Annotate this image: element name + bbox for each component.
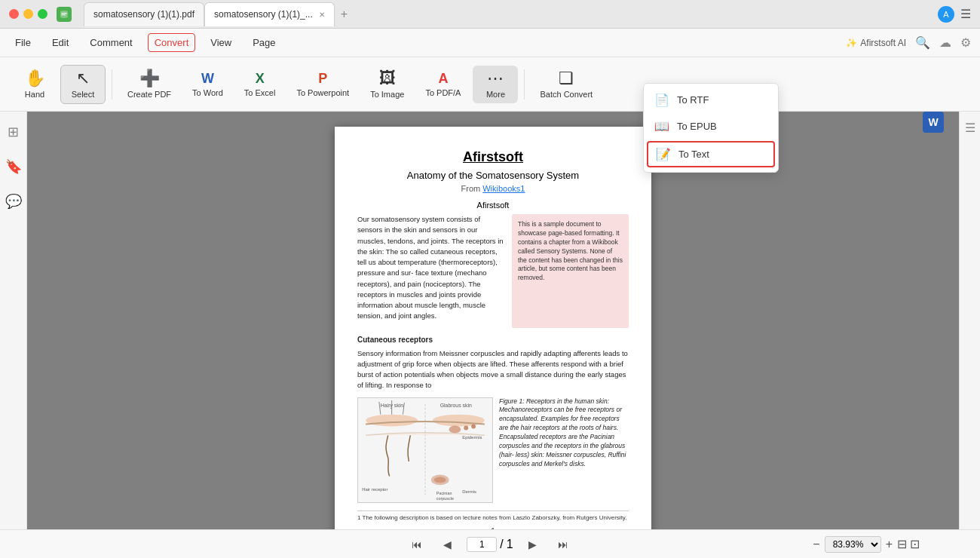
fit-page-button[interactable]: ⊡ xyxy=(910,537,920,551)
svg-point-11 xyxy=(434,477,446,483)
figure-row: Hairy skin Glabrous skin xyxy=(357,397,629,503)
fit-width-button[interactable]: ⊟ xyxy=(897,537,907,551)
more-button[interactable]: ⋯ More xyxy=(473,66,518,103)
viewer-area[interactable]: Afirstsoft Anatomy of the Somatosensory … xyxy=(27,112,959,529)
ai-button[interactable]: ✨ Afirstsoft AI xyxy=(846,38,906,48)
menu-edit[interactable]: Edit xyxy=(46,34,75,51)
main-area: ⊞ 🔖 💬 Afirstsoft Anatomy of the Somatose… xyxy=(0,112,980,529)
toolbar-divider-1 xyxy=(112,69,112,100)
hand-icon: ✋ xyxy=(25,70,45,87)
app-icon xyxy=(57,7,72,22)
menu-items: File Edit Comment Convert View Page xyxy=(9,33,282,52)
next-page-button[interactable]: ▶ xyxy=(522,535,543,553)
menu-button[interactable]: ☰ xyxy=(960,7,971,21)
total-pages: 1 xyxy=(507,538,513,551)
svg-text:Epidermis: Epidermis xyxy=(462,435,482,440)
cloud-button[interactable]: ☁ xyxy=(939,35,951,50)
more-icon: ⋯ xyxy=(487,70,504,87)
doc-source-text: Afirstsoft xyxy=(357,201,629,210)
menu-file[interactable]: File xyxy=(9,34,37,51)
content-row: Our somatosensory system consists of sen… xyxy=(357,214,629,328)
source-prefix: From xyxy=(461,184,481,193)
menu-convert[interactable]: Convert xyxy=(148,33,196,52)
select-tool-button[interactable]: ↖ Select xyxy=(60,65,106,104)
window-controls: A ☰ xyxy=(938,6,971,23)
to-word-button[interactable]: W To Word xyxy=(183,67,232,102)
figure-image: Hairy skin Glabrous skin xyxy=(357,397,493,503)
svg-point-12 xyxy=(464,425,468,430)
minimize-button[interactable] xyxy=(23,9,33,19)
zoom-in-button[interactable]: + xyxy=(886,538,893,551)
search-button[interactable]: 🔍 xyxy=(915,35,930,50)
toolbar: ✋ Hand ↖ Select ➕ Create PDF W To Word X… xyxy=(0,57,980,112)
sidebar-bookmark-icon[interactable]: 🔖 xyxy=(2,155,25,178)
section1-body: Sensory information from Meissner corpus… xyxy=(357,348,629,391)
to-pdfa-label: To PDF/A xyxy=(425,88,461,97)
to-excel-button[interactable]: X To Excel xyxy=(235,67,285,102)
para1-text: Our somatosensory system consists of sen… xyxy=(357,214,504,322)
to-pdfa-icon: A xyxy=(438,72,448,85)
footnote: 1 The following description is based on … xyxy=(357,510,629,521)
create-pdf-button[interactable]: ➕ Create PDF xyxy=(118,66,180,103)
svg-point-4 xyxy=(366,414,418,426)
section1-area: Cutaneous receptors Sensory information … xyxy=(357,334,629,391)
page-info: / 1 xyxy=(467,537,513,552)
to-epub-item[interactable]: 📖 To EPUB xyxy=(644,113,778,140)
svg-text:Dermis: Dermis xyxy=(462,489,476,494)
zoom-select[interactable]: 83.93% 50% 75% 100% 125% 150% xyxy=(825,536,881,553)
zoom-out-button[interactable]: − xyxy=(813,538,819,551)
to-word-icon: W xyxy=(201,72,214,85)
epub-icon: 📖 xyxy=(654,119,669,133)
to-excel-icon: X xyxy=(256,72,265,85)
toolbar-divider-2 xyxy=(524,69,525,100)
to-image-button[interactable]: 🖼 To Image xyxy=(361,66,413,103)
menu-right: ✨ Afirstsoft AI 🔍 ☁ ⚙ xyxy=(846,35,971,50)
word-badge[interactable]: W xyxy=(923,112,944,133)
first-page-button[interactable]: ⏮ xyxy=(406,535,428,553)
menubar: File Edit Comment Convert View Page ✨ Af… xyxy=(0,29,980,57)
fit-buttons: ⊟ ⊡ xyxy=(897,537,920,551)
user-avatar[interactable]: A xyxy=(938,6,954,23)
settings-button[interactable]: ⚙ xyxy=(960,35,971,50)
ai-label: Afirstsoft AI xyxy=(860,38,906,48)
tab-1[interactable]: somatosensory (1)(1).pdf xyxy=(84,2,204,26)
source-link[interactable]: Wikibooks1 xyxy=(482,184,525,193)
close-button[interactable] xyxy=(9,9,19,19)
page-input[interactable] xyxy=(467,537,497,552)
ai-icon: ✨ xyxy=(846,38,857,48)
to-pdfa-button[interactable]: A To PDF/A xyxy=(416,67,470,102)
to-powerpoint-button[interactable]: P To Powerpoint xyxy=(287,67,358,102)
prev-page-button[interactable]: ◀ xyxy=(437,535,458,553)
select-label: Select xyxy=(72,90,95,99)
left-sidebar: ⊞ 🔖 💬 xyxy=(0,112,27,529)
side-note-text: This is a sample document to showcase pa… xyxy=(518,220,623,281)
pdf-page: Afirstsoft Anatomy of the Somatosensory … xyxy=(335,127,651,529)
figure-caption: Figure 1: Receptors in the human skin: M… xyxy=(499,397,629,503)
to-text-label: To Text xyxy=(678,149,709,160)
to-powerpoint-icon: P xyxy=(318,72,327,85)
tab-2-close[interactable]: ✕ xyxy=(319,11,325,19)
more-label: More xyxy=(486,90,505,99)
create-pdf-icon: ➕ xyxy=(139,70,160,87)
sidebar-thumbnail-icon[interactable]: ⊞ xyxy=(5,121,22,143)
menu-comment[interactable]: Comment xyxy=(84,34,138,51)
menu-view[interactable]: View xyxy=(204,34,237,51)
to-text-item[interactable]: 📝 To Text xyxy=(647,141,775,167)
tab-2[interactable]: somatosensory (1)(1)_... ✕ xyxy=(204,2,335,26)
svg-point-9 xyxy=(449,425,461,433)
maximize-button[interactable] xyxy=(38,9,47,19)
zoom-controls: − 83.93% 50% 75% 100% 125% 150% + ⊟ ⊡ xyxy=(813,536,920,553)
create-pdf-label: Create PDF xyxy=(127,90,171,99)
svg-text:Hair receptor: Hair receptor xyxy=(362,487,387,492)
batch-convert-button[interactable]: ❏ Batch Convert xyxy=(531,66,602,103)
svg-text:Pacinian: Pacinian xyxy=(436,491,452,495)
last-page-button[interactable]: ⏭ xyxy=(552,535,574,553)
doc-title: Afirstsoft xyxy=(357,149,629,165)
hand-label: Hand xyxy=(25,90,44,99)
hand-tool-button[interactable]: ✋ Hand xyxy=(12,66,57,103)
add-tab-button[interactable]: + xyxy=(335,5,354,24)
section1-head: Cutaneous receptors xyxy=(357,334,629,345)
sidebar-comment-icon[interactable]: 💬 xyxy=(2,190,25,213)
right-panel-list-icon[interactable]: ☰ xyxy=(965,121,975,135)
menu-page[interactable]: Page xyxy=(247,34,281,51)
